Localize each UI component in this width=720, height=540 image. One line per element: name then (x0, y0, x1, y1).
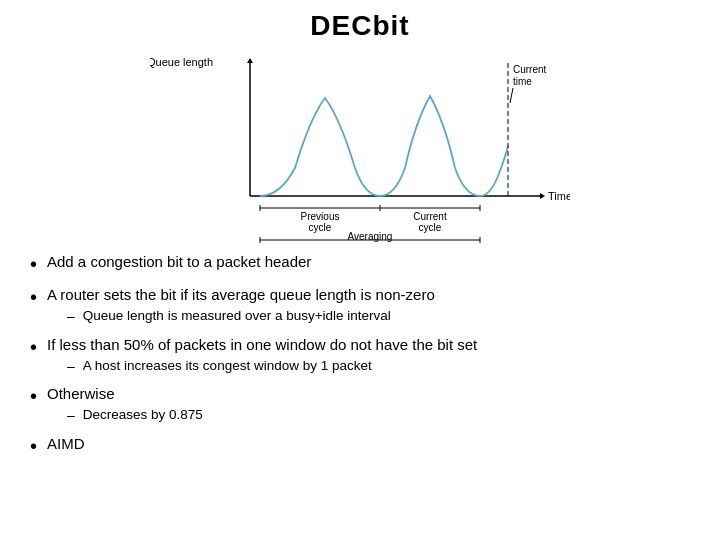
bullet-section: • Add a congestion bit to a packet heade… (30, 251, 690, 466)
bullet-text-5: AIMD (47, 433, 85, 454)
sub-dash-4-1: – (67, 406, 75, 426)
svg-marker-2 (540, 193, 545, 199)
bullet-dot-1: • (30, 251, 37, 277)
bullet-1: • Add a congestion bit to a packet heade… (30, 251, 690, 277)
averaging-label: Averaging (348, 231, 393, 242)
diagram-svg: Queue length Time Current time (150, 48, 570, 243)
diagram-area: Queue length Time Current time (30, 48, 690, 243)
page-title: DECbit (30, 10, 690, 42)
sub-item-2-1: – Queue length is measured over a busy+i… (67, 307, 435, 327)
bullet-dot-3: • (30, 334, 37, 360)
previous-cycle-label2: cycle (309, 222, 332, 233)
sub-item-3-1: – A host increases its congest window by… (67, 357, 477, 377)
queue-label: Queue length (150, 56, 213, 68)
current-time-label2: time (513, 76, 532, 87)
bullet-text-1: Add a congestion bit to a packet header (47, 251, 311, 272)
sub-text-2-1: Queue length is measured over a busy+idl… (83, 307, 391, 326)
sub-text-4-1: Decreases by 0.875 (83, 406, 203, 425)
time-label: Time (548, 190, 570, 202)
bullet-dot-2: • (30, 284, 37, 310)
bullet-text-4: Otherwise (47, 385, 115, 402)
svg-marker-3 (247, 58, 253, 63)
bullet-dot-5: • (30, 433, 37, 459)
bullet-text-2: A router sets the bit if its average que… (47, 286, 435, 303)
current-cycle-label2: cycle (419, 222, 442, 233)
current-cycle-label: Current (413, 211, 447, 222)
sub-dash-2-1: – (67, 307, 75, 327)
sub-text-3-1: A host increases its congest window by 1… (83, 357, 372, 376)
bullet-text-3: If less than 50% of packets in one windo… (47, 336, 477, 353)
svg-line-5 (510, 88, 513, 103)
bullet-4: • Otherwise – Decreases by 0.875 (30, 383, 690, 426)
previous-cycle-label: Previous (301, 211, 340, 222)
sub-dash-3-1: – (67, 357, 75, 377)
bullet-dot-4: • (30, 383, 37, 409)
bullet-2: • A router sets the bit if its average q… (30, 284, 690, 327)
sub-item-4-1: – Decreases by 0.875 (67, 406, 203, 426)
bullet-3: • If less than 50% of packets in one win… (30, 334, 690, 377)
bullet-5: • AIMD (30, 433, 690, 459)
current-time-label: Current (513, 64, 547, 75)
page: DECbit Queue length Time Current (0, 0, 720, 540)
